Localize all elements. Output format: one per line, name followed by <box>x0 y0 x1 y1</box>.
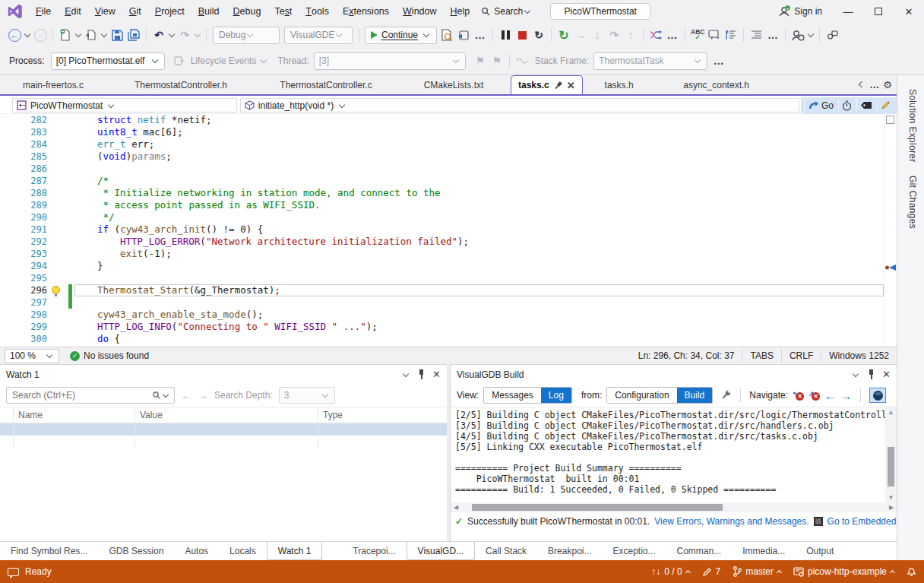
undo-button[interactable]: ↶ <box>150 26 167 44</box>
pin-icon[interactable] <box>868 369 875 379</box>
live-share-icon[interactable] <box>790 26 806 44</box>
vertical-scrollbar[interactable]: ▲ ▼ <box>885 407 897 502</box>
chevron-down-icon[interactable] <box>163 391 169 398</box>
scroll-tabs-left-icon[interactable] <box>859 81 865 87</box>
feedback-bubble-icon[interactable] <box>8 568 19 576</box>
tool-tab-visualgd-[interactable]: VisualGD... <box>407 542 475 560</box>
platform-combo[interactable]: VisualGDE <box>284 27 353 44</box>
menu-search[interactable]: Search <box>476 6 536 17</box>
redo-button[interactable]: ↷ <box>176 26 193 44</box>
view-option-messages[interactable]: Messages <box>484 388 541 403</box>
thread-combo[interactable]: [3] <box>314 52 466 70</box>
search-input[interactable] <box>11 389 152 401</box>
tool-tab-breakpoi-[interactable]: Breakpoi... <box>537 542 602 560</box>
view-errors-link[interactable]: View Errors, Warnings and Messages. <box>654 516 808 527</box>
zoom-combo[interactable]: 100 % <box>5 349 59 363</box>
code-editor[interactable]: 282struct netif *netif;283uint8_t mac[6]… <box>0 114 884 347</box>
more-edit-options[interactable]: … <box>764 26 781 44</box>
settings-wrench-icon[interactable] <box>720 390 732 401</box>
parallel-stacks-icon[interactable] <box>514 52 530 70</box>
hot-reload-button[interactable]: ↻ <box>555 26 572 44</box>
tool-tab-comman-[interactable]: Comman... <box>666 542 733 560</box>
close-icon[interactable]: ✕ <box>567 80 575 91</box>
process-combo[interactable]: [0] PicoThermostat.elf <box>51 52 165 70</box>
search-depth-combo[interactable]: 3 <box>279 387 335 404</box>
document-tab-async_context.h[interactable]: async_context.h <box>656 75 777 94</box>
sign-in-button[interactable]: + Sign in <box>778 5 822 17</box>
encoding-indicator[interactable]: Windows 1252 <box>821 350 897 361</box>
menu-tools[interactable]: Tools <box>299 0 336 23</box>
break-all-button[interactable] <box>497 26 514 44</box>
flag-current-thread-icon[interactable]: ⚑ <box>472 52 489 70</box>
editor-scrollbar[interactable] <box>884 114 897 347</box>
tab-solution-explorer[interactable]: Solution Explorer <box>904 83 918 162</box>
document-tab-main-freertos.c[interactable]: main-freertos.c <box>0 75 106 94</box>
step-into-button[interactable]: ↓ <box>589 26 606 44</box>
tab-settings-gear-icon[interactable]: ⚙ <box>883 79 892 90</box>
minimize-button[interactable]: — <box>833 0 863 23</box>
view-option-log[interactable]: Log <box>541 388 571 403</box>
search-back-icon[interactable]: ← <box>181 389 191 401</box>
line-col-indicator[interactable]: Ln: 296, Ch: 34, Col: 37 <box>631 350 742 361</box>
chevron-down-icon[interactable] <box>195 31 201 37</box>
document-tab-ThermostatController.h[interactable]: ThermostatController.h <box>106 75 255 94</box>
step-over-button[interactable]: → <box>572 26 589 44</box>
menu-test[interactable]: Test <box>267 0 299 23</box>
chevron-down-icon[interactable] <box>75 31 81 37</box>
search-forward-icon[interactable]: → <box>198 389 208 401</box>
menu-window[interactable]: Window <box>396 0 443 23</box>
menu-extensions[interactable]: Extensions <box>336 0 396 23</box>
scrollbar-thumb[interactable] <box>472 504 723 511</box>
from-option-configuration[interactable]: Configuration <box>607 388 676 403</box>
stop-debugging-button[interactable] <box>514 26 530 44</box>
menu-help[interactable]: Help <box>444 0 477 23</box>
stack-frame-combo[interactable]: ThermostatTask <box>593 52 707 70</box>
go-button[interactable]: Go <box>804 99 837 112</box>
more-tabs-icon[interactable]: … <box>869 79 880 90</box>
tool-tab-exceptio-[interactable]: Exceptio... <box>602 542 666 560</box>
tool-tab-autos[interactable]: Autos <box>174 542 219 560</box>
watch-panel-header[interactable]: Watch 1 ✕ <box>0 365 447 384</box>
feedback-icon[interactable] <box>824 26 840 44</box>
restore-button[interactable] <box>863 0 894 23</box>
document-tab-ThermostatController.c[interactable]: ThermostatController.c <box>255 75 397 94</box>
title-search-box[interactable]: PicoWThermostat <box>550 3 650 20</box>
step-back-button[interactable]: ↑ <box>622 26 639 44</box>
from-option-build[interactable]: Build <box>677 388 713 403</box>
format-document-icon[interactable] <box>723 26 739 44</box>
open-file-button[interactable] <box>83 26 100 44</box>
watch-grid[interactable]: NameValueType <box>0 407 447 448</box>
menu-build[interactable]: Build <box>191 0 226 23</box>
watch-search-box[interactable] <box>6 387 175 404</box>
spell-check-icon[interactable]: ABC✓ <box>689 26 706 44</box>
new-file-button[interactable]: + <box>57 26 74 44</box>
tool-tab-find-symbol-res-[interactable]: Find Symbol Res... <box>0 542 98 560</box>
tool-tab-locals[interactable]: Locals <box>219 542 267 560</box>
chevron-down-icon[interactable] <box>24 31 30 37</box>
go-to-embedded-link[interactable]: Go to Embedded <box>827 516 897 527</box>
method-scope-combo[interactable]: initiate_http(void *) <box>240 98 799 112</box>
tab-git-changes[interactable]: Git Changes <box>904 170 918 229</box>
run-to-cursor-icon[interactable] <box>455 26 472 44</box>
scrollbar-thumb[interactable] <box>888 447 894 486</box>
menu-git[interactable]: Git <box>122 0 148 23</box>
document-tab-CMakeLists.txt[interactable]: CMakeLists.txt <box>397 75 511 94</box>
window-position-icon[interactable] <box>403 370 409 376</box>
document-tab-tasks.c[interactable]: tasks.c✕ <box>511 75 583 94</box>
chevron-down-icon[interactable] <box>169 31 175 37</box>
history-stopwatch-icon[interactable] <box>838 99 855 112</box>
menu-debug[interactable]: Debug <box>226 0 268 23</box>
tool-tab-call-stack[interactable]: Call Stack <box>475 542 537 560</box>
save-all-button[interactable] <box>125 26 142 44</box>
navigate-forward-button[interactable]: → <box>32 26 49 44</box>
close-button[interactable]: ✕ <box>894 0 924 23</box>
restart-button[interactable]: ↻ <box>530 26 547 44</box>
step-out-button[interactable]: ↷ <box>606 26 622 44</box>
navigate-forward-icon[interactable]: → <box>840 389 852 402</box>
pending-edits-indicator[interactable]: 7 <box>702 566 721 577</box>
previous-error-icon[interactable]: ↖✕ <box>793 390 804 401</box>
build-panel-header[interactable]: VisualGDB Build ✕ <box>451 365 897 384</box>
find-in-files-icon[interactable] <box>438 26 455 44</box>
horizontal-scrollbar[interactable]: ◀ ▶ <box>451 502 897 512</box>
more-toolbar-options[interactable]: … <box>472 26 489 44</box>
